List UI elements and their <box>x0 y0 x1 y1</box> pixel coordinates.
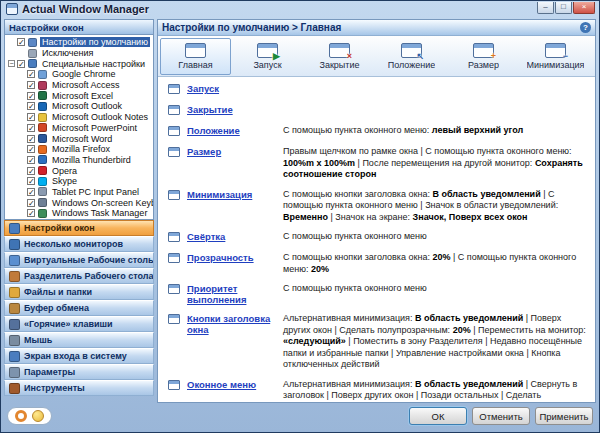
checkbox[interactable] <box>17 38 25 46</box>
tree-item-thunderbird[interactable]: Mozilla Thunderbird <box>7 155 153 166</box>
tree-item-label[interactable]: Microsoft Outlook <box>50 101 124 111</box>
chrome-icon <box>38 70 47 79</box>
tree-item-outlook-notes[interactable]: Microsoft Outlook Notes <box>7 112 153 123</box>
tree-item-chrome[interactable]: Google Chrome <box>7 69 153 80</box>
help-icon[interactable]: ? <box>580 22 591 33</box>
opera-icon <box>38 166 47 175</box>
checkbox[interactable] <box>27 188 35 196</box>
checkbox[interactable] <box>17 60 25 68</box>
checkbox[interactable] <box>27 177 35 185</box>
tree-item-label[interactable]: Microsoft PowerPoint <box>50 123 139 133</box>
tab-position[interactable]: ↖ Положение <box>376 38 447 75</box>
maximize-icon[interactable]: □ <box>555 2 572 14</box>
tab-main[interactable]: Главная <box>160 38 231 75</box>
tree-item-label[interactable]: Windows Task Manager <box>50 208 149 218</box>
tree-item-label[interactable]: Настройки по умолчанию <box>40 37 150 47</box>
sidebar-item-options[interactable]: Параметры <box>4 364 154 380</box>
checkbox[interactable] <box>27 113 35 121</box>
checkbox[interactable] <box>27 124 35 132</box>
tree-item-label[interactable]: Tablet PC Input Panel <box>50 187 141 197</box>
tree-item-outlook[interactable]: Microsoft Outlook <box>7 101 153 112</box>
sidebar-item-files-folders[interactable]: Файлы и папки <box>4 284 154 300</box>
tree-item-label[interactable]: Microsoft Access <box>50 80 122 90</box>
sidebar-item-window-settings[interactable]: Настройки окон <box>4 220 154 236</box>
tree-item-label[interactable]: Microsoft Outlook Notes <box>50 112 150 122</box>
close-icon[interactable]: × <box>573 2 595 14</box>
minimize-icon[interactable]: – <box>537 2 554 14</box>
dialog-buttons: ОК Отменить Применить <box>409 407 593 425</box>
setting-link[interactable]: Приоритет выполнения <box>187 283 283 305</box>
setting-link[interactable]: Положение <box>187 125 283 138</box>
sidebar-item-logon-screen[interactable]: Экран входа в систему <box>4 348 154 364</box>
tree-item-firefox[interactable]: Mozilla Firefox <box>7 144 153 155</box>
settings-toolbar: Главная ▶ Запуск × Закрытие ↖ Положение … <box>158 36 595 77</box>
tree-item-label[interactable]: Microsoft Excel <box>50 91 115 101</box>
sidebar-item-clipboard[interactable]: Буфер обмена <box>4 300 154 316</box>
checkbox[interactable] <box>27 156 35 164</box>
sidebar-item-label: Параметры <box>24 367 75 377</box>
sidebar-item-mouse[interactable]: Мышь <box>4 332 154 348</box>
hint-icon[interactable] <box>32 410 44 422</box>
tree-item-word[interactable]: Microsoft Word <box>7 133 153 144</box>
tree-item-label[interactable]: Mozilla Firefox <box>50 144 112 154</box>
tab-size[interactable]: + Размер <box>448 38 519 75</box>
tree-item-label[interactable]: Mozilla Thunderbird <box>50 155 133 165</box>
sidebar-item-tools[interactable]: Инструменты <box>4 380 154 396</box>
checkbox[interactable] <box>27 92 35 100</box>
checkbox[interactable] <box>27 167 35 175</box>
sidebar-item-multiple-monitors[interactable]: Несколько мониторов <box>4 236 154 252</box>
checkbox[interactable] <box>27 102 35 110</box>
tree-item-tablet-pc[interactable]: Tablet PC Input Panel <box>7 187 153 198</box>
onscreen-keyboard-icon <box>38 198 47 207</box>
position-tab-icon: ↖ <box>401 43 422 58</box>
checkbox[interactable] <box>27 209 35 217</box>
help-icon[interactable] <box>15 410 27 422</box>
tree-item-special-settings[interactable]: − Специальные настройки <box>7 58 153 69</box>
cancel-button[interactable]: Отменить <box>472 407 530 425</box>
setting-link[interactable]: Минимизация <box>187 189 283 224</box>
checkbox[interactable] <box>27 199 35 207</box>
tree-item-label[interactable]: Специальные настройки <box>40 59 147 69</box>
checkbox[interactable] <box>27 81 35 89</box>
tree-item-skype[interactable]: Skype <box>7 176 153 187</box>
tree-item-default-settings[interactable]: Настройки по умолчанию <box>7 37 153 48</box>
setting-link[interactable]: Запуск <box>187 83 283 96</box>
tree-item-opera[interactable]: Opera <box>7 165 153 176</box>
apply-button[interactable]: Применить <box>535 407 593 425</box>
checkbox[interactable] <box>27 145 35 153</box>
setting-link[interactable]: Свёртка <box>187 231 283 244</box>
tree-item-exclusions[interactable]: Исключения <box>7 48 153 59</box>
sidebar-item-hotkeys[interactable]: «Горячие» клавиши <box>4 316 154 332</box>
tree-item-label[interactable]: Исключения <box>40 48 95 58</box>
ok-button[interactable]: ОК <box>409 407 467 425</box>
tree-item-powerpoint[interactable]: Microsoft PowerPoint <box>7 123 153 134</box>
checkbox[interactable] <box>27 70 35 78</box>
tree-item-excel[interactable]: Microsoft Excel <box>7 90 153 101</box>
setting-link[interactable]: Размер <box>187 146 283 181</box>
tab-minimize[interactable]: − Минимизация <box>520 38 591 75</box>
settings-list: Запуск Закрытие Положение С помощью пунк… <box>158 77 595 402</box>
setting-link[interactable]: Оконное меню <box>187 379 283 403</box>
tree-item-label[interactable]: Google Chrome <box>50 69 118 79</box>
tree-item-label[interactable]: Skype <box>50 176 79 186</box>
hotkeys-icon <box>9 319 20 330</box>
tree-item-label[interactable]: Opera <box>50 166 79 176</box>
tree-item-task-manager[interactable]: Windows Task Manager <box>7 208 153 219</box>
sidebar-item-desktop-divider[interactable]: Разделитель Рабочего стола <box>4 268 154 284</box>
tab-startup[interactable]: ▶ Запуск <box>232 38 303 75</box>
tab-closing[interactable]: × Закрытие <box>304 38 375 75</box>
setting-row-size: Размер Правым щелчком по рамке окна | С … <box>168 146 587 181</box>
tree-item-onscreen-keyboard[interactable]: Windows On-screen Keyboard <box>7 197 153 208</box>
setting-link[interactable]: Закрытие <box>187 104 283 117</box>
sidebar-item-label: Мышь <box>24 335 52 345</box>
setting-link[interactable]: Кнопки заголовка окна <box>187 313 283 371</box>
setting-summary <box>283 104 587 117</box>
setting-link[interactable]: Прозрачность <box>187 252 283 275</box>
tree-item-label[interactable]: Windows On-screen Keyboard <box>50 198 154 208</box>
checkbox[interactable] <box>27 135 35 143</box>
tree-item-label[interactable]: Microsoft Word <box>50 134 114 144</box>
setting-summary: С помощью пункта оконного меню: левый ве… <box>283 125 587 138</box>
tree-item-access[interactable]: Microsoft Access <box>7 80 153 91</box>
sidebar-item-virtual-desktops[interactable]: Виртуальные Рабочие столы <box>4 252 154 268</box>
collapse-icon[interactable]: − <box>8 60 15 67</box>
